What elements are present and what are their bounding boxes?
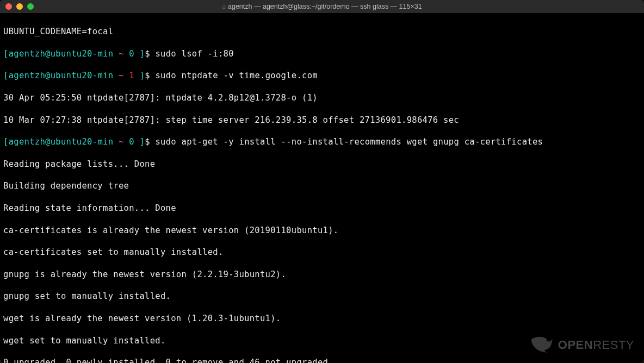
output-line: 10 Mar 07:27:38 ntpdate[2787]: step time…	[3, 115, 641, 126]
output-line: wget is already the newest version (1.20…	[3, 313, 641, 324]
output-line: ca-certificates is already the newest ve…	[3, 225, 641, 236]
output-line: wget set to manually installed.	[3, 335, 641, 346]
command-text: sudo lsof -i:80	[155, 49, 233, 59]
window-title-text: agentzh — agentzh@glass:~/git/ordemo — s…	[228, 3, 422, 10]
output-line: 0 upgraded, 0 newly installed, 0 to remo…	[3, 357, 641, 363]
zoom-button[interactable]	[27, 3, 34, 10]
output-line: 30 Apr 05:25:50 ntpdate[2787]: ntpdate 4…	[3, 92, 641, 103]
prompt-userhost: agentzh@ubuntu20-min	[9, 49, 114, 59]
prompt-line: [agentzh@ubuntu20-min ~ 0 ]$ sudo lsof -…	[3, 48, 641, 59]
window-title: ⌂agentzh — agentzh@glass:~/git/ordemo — …	[0, 1, 644, 12]
prompt-tilde: ~	[119, 49, 124, 59]
output-line: Reading package lists... Done	[3, 159, 641, 170]
output-line: gnupg set to manually installed.	[3, 291, 641, 302]
command-text: sudo ntpdate -v time.google.com	[155, 71, 318, 80]
prompt-dollar: $	[145, 49, 150, 59]
output-line: gnupg is already the newest version (2.2…	[3, 269, 641, 280]
terminal-window: ⌂agentzh — agentzh@glass:~/git/ordemo — …	[0, 0, 644, 363]
prompt-close: ]	[139, 49, 145, 59]
prompt-status: 0	[129, 49, 134, 59]
output-line: Reading state information... Done	[3, 203, 641, 214]
terminal-content[interactable]: UBUNTU_CODENAME=focal [agentzh@ubuntu20-…	[0, 13, 644, 363]
prompt-status-err: 1	[129, 71, 134, 80]
output-line: ca-certificates set to manually installe…	[3, 247, 641, 258]
home-icon: ⌂	[222, 1, 226, 12]
minimize-button[interactable]	[16, 3, 23, 10]
output-line: UBUNTU_CODENAME=focal	[3, 26, 641, 37]
close-button[interactable]	[5, 3, 12, 10]
prompt-line: [agentzh@ubuntu20-min ~ 1 ]$ sudo ntpdat…	[3, 70, 641, 81]
command-text: sudo apt-get -y install --no-install-rec…	[155, 137, 543, 147]
prompt-line: [agentzh@ubuntu20-min ~ 0 ]$ sudo apt-ge…	[3, 136, 641, 147]
output-line: Building dependency tree	[3, 180, 641, 191]
titlebar: ⌂agentzh — agentzh@glass:~/git/ordemo — …	[0, 0, 644, 13]
traffic-lights	[5, 3, 34, 10]
prompt-open: [	[3, 49, 9, 59]
